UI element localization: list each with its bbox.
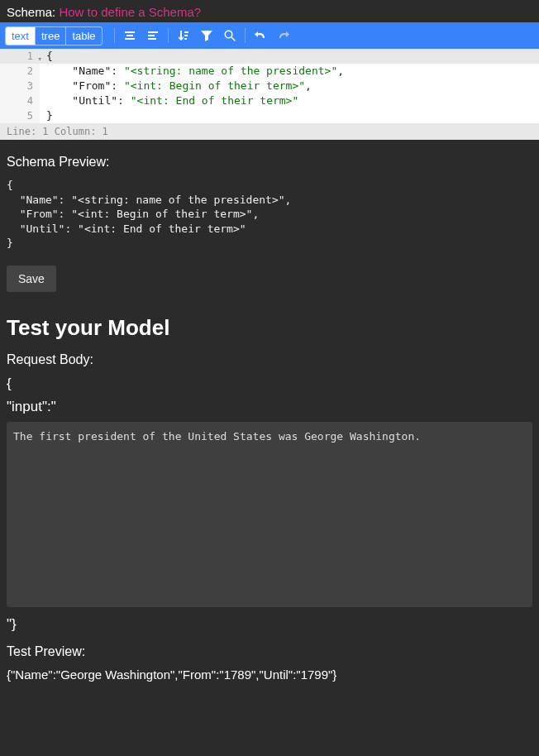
mode-switcher: text tree table [5, 26, 103, 45]
test-preview-label: Test Preview: [7, 644, 532, 659]
svg-rect-0 [125, 31, 135, 33]
line-number: 5 [0, 108, 40, 123]
toolbar-separator [168, 28, 169, 43]
schema-label: Schema: [7, 5, 59, 19]
mode-table-button[interactable]: table [66, 27, 101, 45]
sort-icon[interactable] [172, 24, 195, 47]
editor-toolbar: text tree table [0, 22, 539, 49]
schema-preview-label: Schema Preview: [7, 155, 532, 170]
request-body-label: Request Body: [7, 352, 532, 367]
line-number: 4 [0, 93, 40, 108]
svg-rect-4 [148, 35, 155, 36]
schema-help-link[interactable]: How to define a Schema? [59, 5, 201, 19]
schema-header: Schema: How to define a Schema? [0, 0, 539, 22]
mode-tree-button[interactable]: tree [36, 27, 66, 45]
editor-line: 2 "Name": "<string: name of the presiden… [0, 64, 539, 79]
test-heading: Test your Model [7, 315, 532, 341]
line-number: 3 [0, 79, 40, 93]
input-textarea[interactable]: The first president of the United States… [7, 422, 532, 607]
svg-rect-2 [125, 38, 135, 40]
undo-icon[interactable] [249, 24, 272, 47]
compact-icon[interactable] [141, 24, 165, 47]
editor-status-bar: Line: 1 Column: 1 [0, 123, 539, 140]
json-open-brace: { [7, 376, 532, 392]
editor-line: 4 "Until": "<int: End of their term>" [0, 93, 539, 108]
format-icon[interactable] [118, 24, 141, 47]
json-close: "} [7, 616, 532, 633]
test-preview-content: {"Name":"George Washington","From":"1789… [7, 667, 532, 682]
search-icon[interactable] [218, 24, 241, 47]
editor-line: 1▾ { [0, 49, 539, 64]
mode-text-button[interactable]: text [6, 27, 36, 45]
editor-line: 5 } [0, 108, 539, 123]
toolbar-separator [245, 28, 246, 43]
svg-rect-5 [148, 38, 156, 40]
schema-preview-content: { "Name": "<string: name of the presiden… [7, 178, 532, 251]
redo-icon [272, 24, 295, 47]
toolbar-separator [114, 28, 115, 43]
line-number: 1▾ [0, 49, 40, 64]
input-key-label: "input":" [7, 399, 532, 415]
editor-line: 3 "From": "<int: Begin of their term>", [0, 79, 539, 93]
svg-rect-1 [126, 35, 133, 36]
save-button[interactable]: Save [7, 266, 56, 292]
svg-rect-3 [148, 31, 158, 33]
filter-icon[interactable] [195, 24, 218, 47]
line-number: 2 [0, 64, 40, 79]
json-editor[interactable]: 1▾ { 2 "Name": "<string: name of the pre… [0, 49, 539, 123]
